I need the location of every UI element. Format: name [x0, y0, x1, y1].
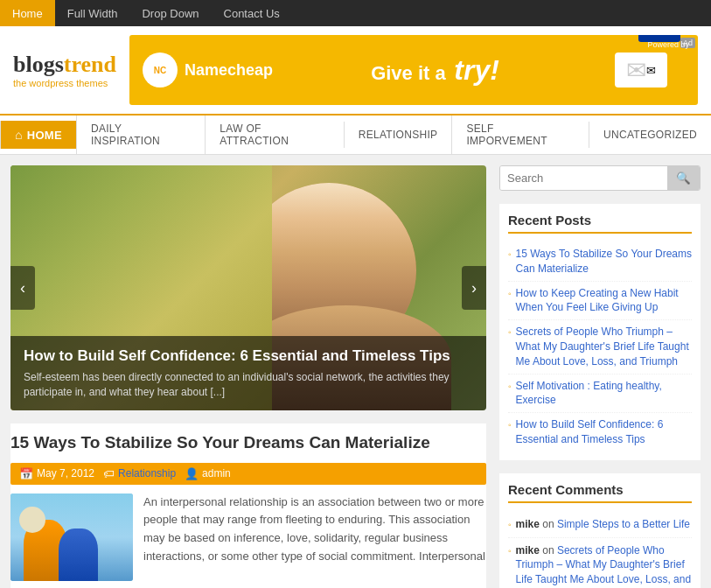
site-header: blogstrend the wordpress themes Ad NC Na…	[0, 26, 711, 114]
search-input[interactable]	[500, 166, 667, 190]
comment-text: mike on Simple Steps to a Better Life	[516, 517, 690, 532]
nav-contact-us[interactable]: Contact Us	[212, 0, 292, 26]
list-item: ◦ Secrets of People Who Triumph – What M…	[508, 320, 692, 374]
meta-category: 🏷 Relationship	[103, 467, 176, 480]
banner-give-text: Give it a	[371, 62, 446, 84]
article-title: 15 Ways To Stabilize So Your Dreams Can …	[10, 424, 486, 454]
banner-try-text: try!	[454, 54, 499, 86]
namecheap-logo: NC	[143, 52, 178, 88]
cat-nav-self[interactable]: SELF IMPORVEMENT	[451, 116, 589, 154]
list-item: ◦ How to Keep Creating a New Habit When …	[508, 282, 692, 321]
post-link[interactable]: Self Motivation : Eating healthy, Exerci…	[516, 379, 692, 409]
cat-nav-law[interactable]: LAW OF ATTRACTION	[205, 116, 343, 154]
bullet-icon: ◦	[508, 520, 512, 529]
namecheap-name: Namecheap	[185, 61, 273, 80]
commenter-name: mike	[516, 518, 540, 530]
meta-date: 📅 May 7, 2012	[19, 467, 94, 480]
list-item: ◦ 15 Ways To Stabilize So Your Dreams Ca…	[508, 242, 692, 282]
recent-comments-list: ◦ mike on Simple Steps to a Better Life …	[508, 512, 692, 588]
logo-blogs: blogs	[13, 52, 64, 77]
banner-envelope-icon: ✉	[615, 52, 667, 88]
post-link[interactable]: How to Build Self Confidence: 6 Essentia…	[516, 417, 692, 447]
banner-content: NC Namecheap	[143, 52, 273, 88]
article-excerpt: An interpersonal relationship is an asso…	[143, 494, 486, 581]
article-author: admin	[202, 467, 231, 480]
hero-title: How to Build Self Confidence: 6 Essentia…	[24, 346, 473, 366]
bullet-icon: ◦	[508, 289, 512, 298]
article-category[interactable]: Relationship	[118, 467, 176, 480]
search-button[interactable]: 🔍	[667, 166, 700, 190]
home-icon: ⌂	[15, 128, 23, 142]
cat-nav-uncategorized[interactable]: UNCATEGORIZED	[589, 122, 711, 148]
top-navigation: Home Full Width Drop Down Contact Us	[0, 0, 711, 26]
list-item: ◦ How to Build Self Confidence: 6 Essent…	[508, 413, 692, 452]
article-thumbnail	[10, 494, 133, 581]
search-widget: 🔍	[499, 165, 701, 191]
article-meta: 📅 May 7, 2012 🏷 Relationship 👤 admin	[10, 463, 486, 485]
user-icon: 👤	[185, 467, 199, 480]
nav-full-width[interactable]: Full Width	[55, 0, 130, 26]
search-icon: 🔍	[676, 172, 691, 185]
recent-comments-title: Recent Comments	[508, 482, 692, 503]
slider-next-button[interactable]: ›	[462, 266, 486, 310]
cat-nav-relationship[interactable]: RELATIONSHIP	[344, 122, 452, 148]
recent-posts-widget: Recent Posts ◦ 15 Ways To Stabilize So Y…	[499, 204, 701, 460]
slider-prev-button[interactable]: ‹	[10, 266, 35, 310]
bullet-icon: ◦	[508, 327, 512, 337]
hero-slider: ‹ › How to Build Self Confidence: 6 Esse…	[10, 165, 486, 410]
recent-posts-title: Recent Posts	[508, 213, 692, 234]
list-item: ◦ mike on Secrets of People Who Triumph …	[508, 538, 692, 588]
recent-posts-list: ◦ 15 Ways To Stabilize So Your Dreams Ca…	[508, 242, 692, 452]
sidebar: 🔍 Recent Posts ◦ 15 Ways To Stabilize So…	[499, 165, 701, 588]
recent-comments-widget: Recent Comments ◦ mike on Simple Steps t…	[499, 473, 701, 588]
tag-icon: 🏷	[103, 467, 115, 480]
hero-excerpt: Self-esteem has been directly connected …	[24, 370, 473, 400]
commenter-name: mike	[516, 544, 540, 556]
calendar-icon: 📅	[19, 467, 33, 480]
bullet-icon: ◦	[508, 249, 512, 259]
list-item: ◦ mike on Simple Steps to a Better Life	[508, 512, 692, 538]
comment-text: mike on Secrets of People Who Triumph – …	[516, 543, 692, 588]
cat-nav-daily[interactable]: DAILY INSPIRATION	[76, 116, 205, 154]
hero-caption: How to Build Self Confidence: 6 Essentia…	[10, 336, 486, 410]
logo-text: blogstrend	[13, 52, 116, 78]
category-navigation: ⌂ HOME DAILY INSPIRATION LAW OF ATTRACTI…	[0, 114, 711, 155]
meta-author: 👤 admin	[185, 467, 231, 480]
article-card: 15 Ways To Stabilize So Your Dreams Can …	[10, 424, 486, 588]
bullet-icon: ◦	[508, 420, 512, 430]
post-link[interactable]: 15 Ways To Stabilize So Your Dreams Can …	[516, 247, 692, 276]
cat-nav-home[interactable]: ⌂ HOME	[0, 121, 76, 149]
comment-post-link[interactable]: Simple Steps to a Better Life	[557, 518, 690, 530]
main-layout: ‹ › How to Build Self Confidence: 6 Esse…	[0, 155, 711, 588]
logo-trend: trend	[64, 52, 116, 77]
nav-home[interactable]: Home	[0, 0, 55, 26]
list-item: ◦ Self Motivation : Eating healthy, Exer…	[508, 374, 692, 414]
ox-logo: OX	[638, 35, 680, 42]
site-logo: blogstrend the wordpress themes	[13, 52, 116, 88]
article-date: May 7, 2012	[37, 467, 94, 480]
logo-tagline: the wordpress themes	[13, 78, 116, 88]
advertisement-banner: Ad NC Namecheap Give it a try! ✉ Powered…	[129, 35, 698, 105]
post-link[interactable]: How to Keep Creating a New Habit When Yo…	[516, 286, 692, 316]
bullet-icon: ◦	[508, 382, 512, 391]
article-body: An interpersonal relationship is an asso…	[10, 494, 486, 581]
cat-nav-home-label: HOME	[27, 129, 62, 142]
nav-drop-down[interactable]: Drop Down	[129, 0, 211, 26]
post-link[interactable]: Secrets of People Who Triumph – What My …	[516, 325, 692, 368]
bullet-icon: ◦	[508, 546, 512, 556]
content-column: ‹ › How to Build Self Confidence: 6 Esse…	[10, 165, 486, 588]
